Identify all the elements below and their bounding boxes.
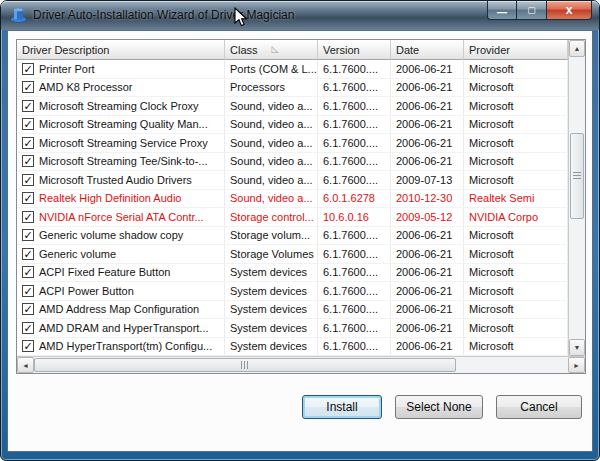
cell-class: System devices (225, 319, 318, 337)
table-row[interactable]: ✓ NVIDIA nForce Serial ATA Contr... Stor… (17, 208, 568, 227)
list-rows: ✓ Printer Port Ports (COM & L... 6.1.760… (17, 60, 568, 356)
class-text: Storage volum... (230, 229, 310, 241)
row-checkbox-checked-icon[interactable]: ✓ (22, 285, 34, 297)
class-text: Storage control... (230, 211, 314, 223)
row-checkbox-checked-icon[interactable]: ✓ (22, 266, 34, 278)
cell-provider: Microsoft (464, 245, 568, 263)
cell-driver-description: ✓ Microsoft Trusted Audio Drivers (17, 171, 225, 189)
version-text: 6.1.7600.... (323, 137, 378, 149)
row-checkbox-checked-icon[interactable]: ✓ (22, 100, 34, 112)
cell-driver-description: ✓ NVIDIA nForce Serial ATA Contr... (17, 208, 225, 226)
cell-date: 2006-06-21 (391, 134, 464, 152)
vertical-scrollbar[interactable]: ▲ ▼ (568, 40, 585, 356)
cell-driver-description: ✓ Microsoft Streaming Tee/Sink-to-... (17, 153, 225, 171)
row-checkbox-checked-icon[interactable]: ✓ (22, 81, 34, 93)
horizontal-scrollbar[interactable]: ◄ ► (17, 356, 585, 373)
dialog-window: Driver Auto-Installation Wizard of Drive… (0, 0, 600, 461)
row-checkbox-checked-icon[interactable]: ✓ (22, 174, 34, 186)
row-checkbox-checked-icon[interactable]: ✓ (22, 63, 34, 75)
table-row[interactable]: ✓ Printer Port Ports (COM & L... 6.1.760… (17, 60, 568, 79)
close-button[interactable]: x (546, 1, 592, 20)
row-checkbox-checked-icon[interactable]: ✓ (22, 211, 34, 223)
install-button[interactable]: Install (302, 395, 382, 419)
select-none-button[interactable]: Select None (395, 395, 483, 419)
table-row[interactable]: ✓ ACPI Fixed Feature Button System devic… (17, 264, 568, 283)
minimize-button[interactable]: — (487, 1, 517, 20)
cell-class: System devices (225, 301, 318, 319)
table-row[interactable]: ✓ ACPI Power Button System devices 6.1.7… (17, 282, 568, 301)
row-checkbox-checked-icon[interactable]: ✓ (22, 118, 34, 130)
table-row[interactable]: ✓ AMD K8 Processor Processors 6.1.7600..… (17, 79, 568, 98)
date-text: 2006-06-21 (396, 285, 452, 297)
row-checkbox-checked-icon[interactable]: ✓ (22, 322, 34, 334)
cell-version: 6.1.7600.... (318, 338, 391, 356)
cell-version: 6.1.7600.... (318, 153, 391, 171)
vertical-scroll-track[interactable] (569, 57, 585, 339)
table-row[interactable]: ✓ Microsoft Streaming Quality Man... Sou… (17, 116, 568, 135)
cell-version: 10.6.0.16 (318, 208, 391, 226)
cell-class: Sound, video a... (225, 97, 318, 115)
scroll-left-icon: ◄ (22, 362, 29, 369)
maximize-button[interactable]: ▢ (517, 1, 546, 20)
class-text: System devices (230, 303, 307, 315)
table-row[interactable]: ✓ Microsoft Streaming Tee/Sink-to-... So… (17, 153, 568, 172)
vertical-scroll-thumb[interactable] (570, 133, 584, 219)
horizontal-scroll-thumb[interactable] (34, 358, 456, 372)
cell-class: Sound, video a... (225, 171, 318, 189)
window-title: Driver Auto-Installation Wizard of Drive… (33, 8, 294, 22)
provider-text: Microsoft (469, 81, 514, 93)
scroll-down-button[interactable]: ▼ (569, 339, 585, 356)
driver-description-text: Realtek High Definition Audio (39, 192, 181, 204)
column-header[interactable]: Date (391, 40, 464, 60)
scroll-up-button[interactable]: ▲ (569, 40, 585, 57)
driver-description-text: Microsoft Streaming Quality Man... (39, 118, 208, 130)
cancel-button[interactable]: Cancel (496, 395, 582, 419)
table-row[interactable]: ✓ Generic volume shadow copy Storage vol… (17, 227, 568, 246)
version-text: 6.1.7600.... (323, 266, 378, 278)
cell-provider: Microsoft (464, 79, 568, 97)
table-row[interactable]: ✓ Microsoft Streaming Service Proxy Soun… (17, 134, 568, 153)
cell-provider: Microsoft (464, 97, 568, 115)
column-header-label: Class (230, 44, 258, 56)
horizontal-scroll-track[interactable] (34, 357, 568, 373)
class-text: Sound, video a... (230, 174, 313, 186)
row-checkbox-checked-icon[interactable]: ✓ (22, 192, 34, 204)
table-row[interactable]: ✓ AMD HyperTransport(tm) Configu... Syst… (17, 338, 568, 357)
cell-date: 2006-06-21 (391, 338, 464, 356)
provider-text: Microsoft (469, 248, 514, 260)
column-header[interactable]: Provider (464, 40, 568, 60)
class-text: Sound, video a... (230, 155, 313, 167)
cell-version: 6.1.7600.... (318, 245, 391, 263)
driver-list[interactable]: Driver Description Class ◺ Version Date … (16, 39, 586, 374)
table-row[interactable]: ✓ Realtek High Definition Audio Sound, v… (17, 190, 568, 209)
row-checkbox-checked-icon[interactable]: ✓ (22, 340, 34, 352)
table-row[interactable]: ✓ Microsoft Streaming Clock Proxy Sound,… (17, 97, 568, 116)
column-header[interactable]: Version (318, 40, 391, 60)
column-header[interactable]: Class ◺ (225, 40, 318, 60)
cell-provider: Microsoft (464, 282, 568, 300)
table-row[interactable]: ✓ AMD DRAM and HyperTransport... System … (17, 319, 568, 338)
driver-description-text: ACPI Power Button (39, 285, 134, 297)
cell-class: Processors (225, 79, 318, 97)
titlebar[interactable]: Driver Auto-Installation Wizard of Drive… (1, 1, 599, 30)
table-row[interactable]: ✓ Microsoft Trusted Audio Drivers Sound,… (17, 171, 568, 190)
table-row[interactable]: ✓ AMD Address Map Configuration System d… (17, 301, 568, 320)
version-text: 6.1.7600.... (323, 229, 378, 241)
scroll-right-button[interactable]: ► (568, 357, 585, 373)
cell-provider: Microsoft (464, 60, 568, 78)
scroll-down-icon: ▼ (574, 344, 581, 351)
column-header-label: Version (323, 44, 360, 56)
cell-class: Sound, video a... (225, 190, 318, 208)
row-checkbox-checked-icon[interactable]: ✓ (22, 137, 34, 149)
scroll-left-button[interactable]: ◄ (17, 357, 34, 373)
row-checkbox-checked-icon[interactable]: ✓ (22, 229, 34, 241)
row-checkbox-checked-icon[interactable]: ✓ (22, 248, 34, 260)
row-checkbox-checked-icon[interactable]: ✓ (22, 155, 34, 167)
column-header[interactable]: Driver Description (17, 40, 225, 60)
cell-driver-description: ✓ AMD DRAM and HyperTransport... (17, 319, 225, 337)
row-checkbox-checked-icon[interactable]: ✓ (22, 303, 34, 315)
driver-description-text: AMD HyperTransport(tm) Configu... (39, 340, 212, 352)
cell-class: System devices (225, 338, 318, 356)
date-text: 2006-06-21 (396, 248, 452, 260)
table-row[interactable]: ✓ Generic volume Storage Volumes 6.1.760… (17, 245, 568, 264)
